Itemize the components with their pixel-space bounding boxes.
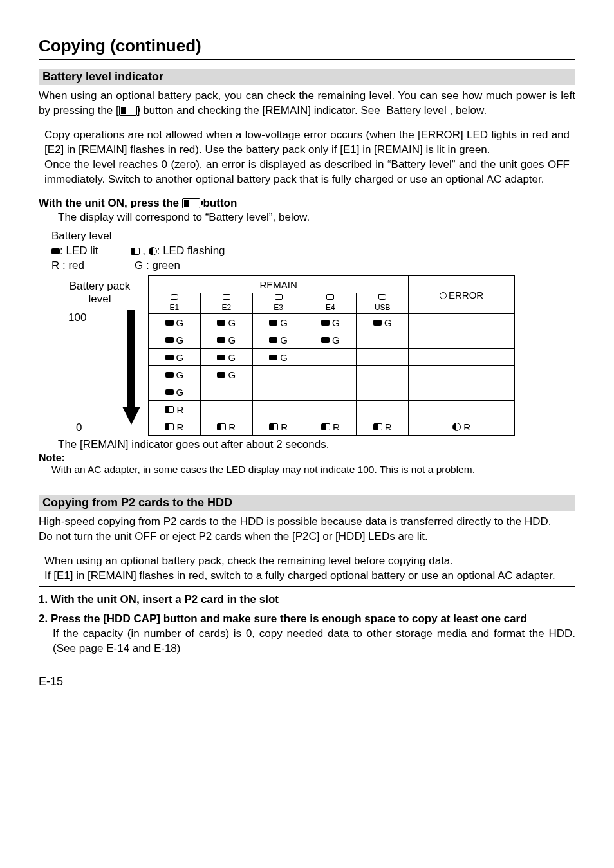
level-0-label: 0 bbox=[76, 421, 82, 434]
table-row: GGG bbox=[149, 348, 515, 365]
table-cell: R bbox=[357, 418, 409, 435]
table-cell bbox=[200, 400, 252, 418]
steps-list: 1. With the unit ON, insert a P2 card in… bbox=[39, 593, 575, 656]
legend-lit-text: : LED lit bbox=[60, 244, 98, 259]
battery-level-chart: Battery pack level 100 0 REMAIN ERROR E1… bbox=[51, 275, 515, 435]
step-2: 2. Press the [HDD CAP] button and make s… bbox=[39, 613, 575, 656]
table-caption: The [REMAIN] indicator goes out after ab… bbox=[58, 438, 575, 451]
table-cell bbox=[409, 313, 515, 331]
table-row: GGGGG bbox=[149, 313, 515, 331]
legend-title: Battery level bbox=[51, 229, 575, 244]
table-row: GGGG bbox=[149, 331, 515, 348]
section-copying-heading: Copying from P2 cards to the HDD bbox=[39, 495, 575, 511]
press-button-heading: With the unit ON, press the button bbox=[39, 197, 575, 210]
table-cell bbox=[252, 400, 304, 418]
table-cell: R bbox=[304, 418, 357, 435]
level-100-label: 100 bbox=[68, 311, 86, 324]
led-lit-icon bbox=[165, 320, 174, 326]
col-e2: E2 bbox=[200, 293, 252, 313]
press-button-post: button bbox=[203, 197, 237, 209]
table-cell: G bbox=[149, 331, 201, 348]
table-cell bbox=[357, 400, 409, 418]
table-cell bbox=[304, 400, 357, 418]
led-red-label: R bbox=[463, 421, 470, 432]
table-cell bbox=[409, 400, 515, 418]
led-flash-square-icon bbox=[165, 406, 174, 413]
table-cell: G bbox=[200, 348, 252, 365]
battery-icon bbox=[119, 106, 137, 116]
legend-block: Battery level : LED lit , : LED flashing… bbox=[51, 229, 575, 273]
led-lit-icon bbox=[165, 389, 174, 395]
led-lit-icon bbox=[321, 337, 330, 343]
led-lit-icon bbox=[269, 320, 277, 326]
table-cell: G bbox=[149, 365, 201, 383]
page: Copying (continued) Battery level indica… bbox=[0, 0, 614, 714]
led-green-label: G bbox=[176, 352, 184, 363]
col-e3: E3 bbox=[252, 293, 304, 313]
page-title: Copying (continued) bbox=[39, 36, 575, 56]
battery-warning-box: Copy operations are not allowed when a l… bbox=[39, 125, 575, 190]
led-green-label: G bbox=[280, 352, 288, 363]
step-1-heading: 1. With the unit ON, insert a P2 card in… bbox=[39, 593, 575, 606]
col-usb-label: USB bbox=[375, 303, 391, 312]
table-row: RRRRRR bbox=[149, 418, 515, 435]
remain-led-table: REMAIN ERROR E1 E2 E3 E4 USB GGGGGGGGGGG… bbox=[148, 275, 515, 435]
battery-icon bbox=[182, 198, 200, 208]
step-1: 1. With the unit ON, insert a P2 card in… bbox=[39, 593, 575, 606]
col-e1-label: E1 bbox=[170, 303, 180, 312]
press-button-sub: The display will correspond to “Battery … bbox=[58, 211, 575, 224]
led-lit-icon bbox=[269, 355, 277, 360]
led-green-label: G bbox=[176, 369, 184, 380]
led-green-label: G bbox=[228, 369, 236, 380]
led-lit-icon bbox=[217, 372, 225, 378]
table-cell bbox=[357, 383, 409, 400]
legend-flash-text: : LED flashing bbox=[157, 244, 225, 259]
table-cell: G bbox=[252, 313, 304, 331]
svg-marker-0 bbox=[122, 310, 140, 425]
led-green-label: G bbox=[332, 335, 340, 346]
table-cell bbox=[200, 383, 252, 400]
table-cell: G bbox=[200, 331, 252, 348]
led-green-label: G bbox=[176, 387, 184, 398]
table-cell bbox=[304, 383, 357, 400]
led-green-label: G bbox=[332, 317, 340, 328]
led-lit-icon bbox=[165, 337, 174, 343]
led-red-label: R bbox=[176, 421, 183, 432]
led-lit-icon bbox=[51, 248, 60, 254]
copying-warning-p2: If [E1] in [REMAIN] flashes in red, swit… bbox=[44, 569, 570, 584]
step-2-heading: 2. Press the [HDD CAP] button and make s… bbox=[39, 613, 575, 625]
table-cell: R bbox=[149, 400, 201, 418]
led-red-label: R bbox=[176, 404, 183, 415]
led-green-label: G bbox=[280, 335, 288, 346]
battery-intro-post: ] button and checking the [REMAIN] indic… bbox=[137, 104, 487, 116]
led-rows: GGGGGGGGGGGGGGGRRRRRRR bbox=[149, 313, 515, 435]
led-green-label: G bbox=[228, 335, 236, 346]
table-cell bbox=[357, 348, 409, 365]
title-rule bbox=[39, 59, 575, 60]
led-flash-square-icon bbox=[321, 423, 330, 430]
table-cell bbox=[357, 365, 409, 383]
led-lit-icon bbox=[165, 372, 174, 378]
led-lit-icon bbox=[373, 320, 382, 326]
led-flash-square-icon bbox=[165, 423, 174, 430]
legend-comma: , bbox=[140, 244, 149, 259]
legend-green: G : green bbox=[135, 259, 180, 273]
led-red-label: R bbox=[333, 421, 340, 432]
table-row: GG bbox=[149, 365, 515, 383]
led-green-label: G bbox=[228, 317, 236, 328]
table-cell: R bbox=[200, 418, 252, 435]
led-green-label: G bbox=[384, 317, 392, 328]
chart-left-header-2: level bbox=[89, 293, 111, 306]
led-red-label: R bbox=[385, 421, 392, 432]
table-cell bbox=[357, 331, 409, 348]
table-cell: G bbox=[200, 313, 252, 331]
table-cell bbox=[409, 348, 515, 365]
led-lit-icon bbox=[269, 337, 277, 343]
chart-table-area: REMAIN ERROR E1 E2 E3 E4 USB GGGGGGGGGGG… bbox=[148, 275, 515, 435]
led-flash-square-icon bbox=[217, 423, 226, 430]
table-cell: G bbox=[357, 313, 409, 331]
table-cell: G bbox=[200, 365, 252, 383]
table-header-row-1: REMAIN ERROR bbox=[149, 276, 515, 293]
battery-intro-text: When using an optional battery pack, you… bbox=[39, 89, 575, 118]
col-e3-label: E3 bbox=[274, 303, 283, 312]
